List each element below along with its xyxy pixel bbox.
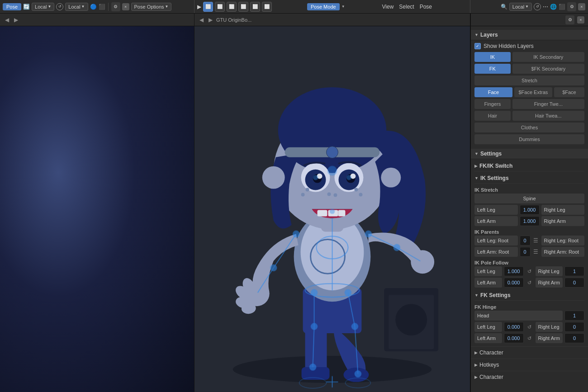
layer-btn-finger-twe[interactable]: Finger Twe...	[512, 99, 584, 109]
chevron-right: ▼	[525, 5, 529, 9]
left-leg-hinge-value[interactable]: 0.000	[504, 322, 524, 332]
right-leg-hinge-value[interactable]: 0	[564, 322, 584, 332]
pose-mode-badge[interactable]: Pose	[3, 3, 21, 10]
arm-pole-row: Left Arm 0.000 ↺ Right Arm 0	[474, 278, 584, 288]
right-arm-pole-value[interactable]: 0	[564, 278, 584, 288]
magnet-icon[interactable]: 🔵	[90, 4, 97, 10]
right-arm-hinge-value[interactable]: 0	[564, 333, 584, 343]
layer-btn-face-extras[interactable]: $Face Extras	[514, 87, 552, 97]
layer-btn-fk[interactable]: FK	[474, 64, 511, 74]
vp-btn-5[interactable]: ⬜	[250, 2, 260, 12]
char2-label: Character	[479, 374, 503, 380]
view-menu[interactable]: View	[380, 3, 396, 11]
leg-pole-row: Left Leg 1.000 ↺ Right Leg 1	[474, 266, 584, 276]
right-transform-dropdown[interactable]: Local ▼	[509, 3, 532, 11]
vp-btn-keyframe[interactable]: ⬜	[203, 2, 213, 12]
chevron-down-icon: ▼	[47, 5, 51, 9]
transform-dropdown[interactable]: Local ▼	[32, 3, 54, 11]
character-section-2[interactable]: ▶ Character	[471, 371, 588, 383]
pose-mode-center[interactable]: Pose Mode	[307, 3, 340, 10]
left-arm-pole-value[interactable]: 0.000	[504, 278, 524, 288]
play-icon[interactable]: ▶	[197, 4, 201, 10]
layers-content: ✓ Show Hidden Layers IK IK Secondary FK …	[471, 40, 588, 149]
pose-options-dropdown[interactable]: Pose Options ▼	[131, 3, 172, 11]
fk-ik-switch-header[interactable]: ▶ FK/IK Switch	[474, 161, 584, 171]
left-leg-hinge-refresh[interactable]: ↺	[526, 322, 534, 332]
select-menu[interactable]: Select	[397, 3, 416, 11]
left-leg-pole-refresh[interactable]: ↺	[526, 266, 534, 276]
dots-icon[interactable]: ⋯	[543, 4, 548, 10]
vp-btn-2[interactable]: ⬜	[215, 2, 225, 12]
spine-btn[interactable]: Spine	[474, 194, 584, 203]
left-leg-pole-label: Left Leg	[474, 266, 502, 276]
right-leg-root-label: Right Leg: Root	[541, 236, 585, 246]
left-arm-root-menu[interactable]: ☰	[532, 247, 540, 257]
layer-btn-stretch[interactable]: Stretch	[474, 76, 584, 85]
layer-btn-fingers[interactable]: Fingers	[474, 99, 511, 109]
right-arm-label: Right Arm	[541, 216, 585, 226]
vp-btn-6[interactable]: ⬜	[262, 2, 272, 12]
vp-btn-4[interactable]: ⬜	[238, 2, 248, 12]
chevron-down-icon3: ▼	[165, 5, 169, 9]
left-arm-hinge-refresh[interactable]: ↺	[526, 333, 534, 343]
layer-btn-face[interactable]: Face	[474, 87, 512, 97]
close-right-panel[interactable]: ×	[578, 3, 585, 10]
left-leg-pole-value[interactable]: 1.000	[504, 266, 524, 276]
layer-btn-ik-secondary[interactable]: IK Secondary	[512, 52, 584, 62]
layer-btn-clothes[interactable]: Clothes	[474, 123, 584, 132]
layer-btn-face-alt[interactable]: $Face	[554, 87, 584, 97]
show-hidden-label: Show Hidden Layers	[484, 43, 534, 49]
show-hidden-checkbox[interactable]: ✓	[474, 43, 481, 49]
center-left-arrow[interactable]: ◀	[198, 17, 204, 23]
viewport-3d[interactable]	[194, 26, 470, 392]
close-left-panel[interactable]: ×	[122, 3, 129, 10]
char1-label: Character	[479, 349, 503, 356]
left-leg-root-value[interactable]: 0	[520, 236, 531, 246]
right-panel-settings[interactable]: ⚙	[567, 2, 576, 11]
left-arm-root-value[interactable]: 0	[520, 247, 531, 257]
settings-section-header[interactable]: ▼ Settings	[471, 149, 588, 159]
ik-settings-header[interactable]: ▼ IK Settings	[474, 173, 584, 184]
left-expand-arrow[interactable]: ▶	[13, 17, 19, 23]
right-settings-icon[interactable]: ⬛	[559, 4, 565, 10]
right-leg-pole-value[interactable]: 1	[564, 266, 584, 276]
head-hinge-label: Head	[474, 311, 563, 321]
bone-icon[interactable]: ⬛	[99, 4, 105, 10]
right-panel: ⚙ × ▼ Layers ✓ Show Hidden Layers IK IK …	[470, 14, 588, 392]
settings-collapse-icon: ▼	[474, 151, 479, 156]
fk-settings-header[interactable]: ▼ FK Settings	[474, 290, 584, 301]
layer-btn-hair[interactable]: Hair	[474, 111, 511, 121]
center-right-arrow[interactable]: ▶	[207, 17, 213, 23]
layer-btn-fk-secondary[interactable]: $FK Secondary	[512, 64, 584, 74]
pivot-dropdown[interactable]: Local ▼	[65, 3, 88, 11]
bone-vis-icon[interactable]: 🔍	[501, 4, 507, 10]
head-hinge-value[interactable]: 1	[564, 311, 584, 321]
mode-chevron: ▼	[341, 5, 345, 9]
ik-settings-arrow: ▼	[474, 176, 479, 180]
pose-menu[interactable]: Pose	[418, 3, 434, 11]
hotkeys-section[interactable]: ▶ Hotkeys	[471, 359, 588, 371]
character-section-1[interactable]: ▶ Character	[471, 346, 588, 359]
left-leg-value[interactable]: 1.000	[520, 205, 540, 215]
left-arm-value[interactable]: 1.000	[520, 216, 540, 226]
right-close-btn[interactable]: ×	[577, 16, 584, 24]
left-render-view	[0, 26, 194, 392]
layer-btn-dummies[interactable]: Dummies	[474, 134, 584, 144]
left-arm-pole-refresh[interactable]: ↺	[526, 278, 534, 288]
svg-rect-140	[194, 26, 470, 392]
left-arm-hinge-label: Left Arm	[474, 333, 502, 343]
right-settings-btn[interactable]: ⚙	[565, 15, 574, 24]
layers-section-header[interactable]: ▼ Layers	[471, 30, 588, 40]
layer-btn-hair-twea[interactable]: Hair Twea...	[512, 111, 584, 121]
vp-btn-3[interactable]: ⬜	[227, 2, 237, 12]
left-arm-hinge-value[interactable]: 0.000	[504, 333, 524, 343]
right-pivot-icon[interactable]: ↺	[534, 3, 541, 10]
char2-arrow: ▶	[474, 375, 478, 379]
pivot-icon[interactable]: ↺	[56, 3, 63, 10]
layer-btn-ik[interactable]: IK	[474, 52, 511, 62]
left-collapse-arrow[interactable]: ◀	[4, 17, 10, 23]
left-leg-root-menu[interactable]: ☰	[532, 236, 540, 246]
settings-icon[interactable]: ⚙	[111, 2, 120, 11]
viewport-scene	[194, 26, 470, 392]
globe-icon[interactable]: 🌐	[550, 4, 557, 10]
